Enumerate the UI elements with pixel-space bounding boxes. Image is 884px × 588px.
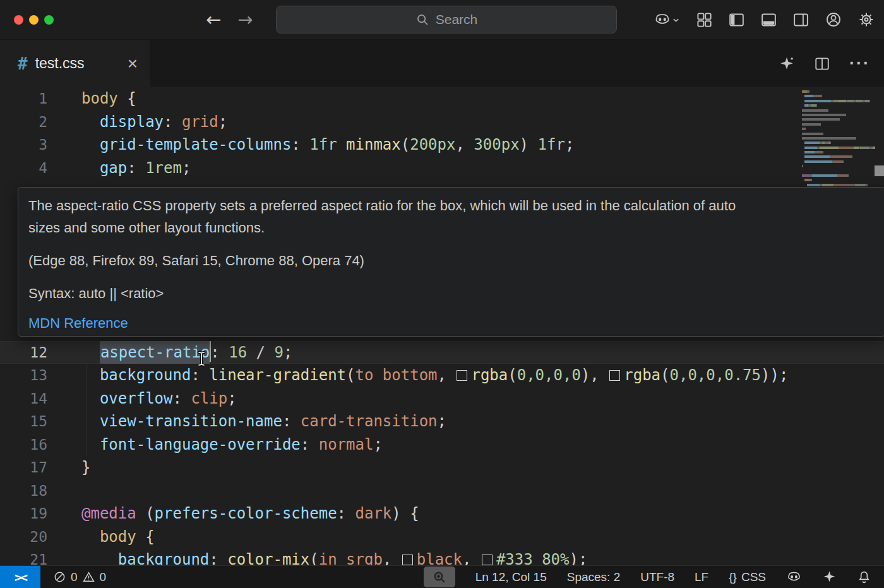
sparkle-icon [822, 570, 837, 584]
minimize-window-button[interactable] [29, 15, 39, 25]
copilot-status[interactable] [786, 569, 802, 585]
code-text: display: grid; [47, 111, 227, 134]
panel-right-icon [792, 11, 809, 28]
code-line-2[interactable]: 2 display: grid; [0, 111, 884, 134]
code-token: overflow [100, 390, 173, 407]
copilot-edits-button[interactable] [779, 56, 795, 72]
back-button[interactable]: ← [206, 9, 221, 30]
color-swatch[interactable] [609, 370, 620, 381]
code-token [81, 113, 100, 131]
code-text: body { [47, 525, 155, 549]
code-token: { [136, 528, 155, 546]
minimap-line [802, 170, 875, 172]
more-actions-button[interactable]: ··· [849, 54, 870, 73]
code-text: background: color-mix(in srgb, black, #3… [47, 548, 587, 566]
account-button[interactable] [825, 11, 842, 28]
code-line-18[interactable]: 18 [0, 479, 884, 503]
color-swatch[interactable] [457, 370, 467, 381]
code-token: : [210, 344, 229, 361]
code-text: view-transition-name: card-transition; [47, 410, 446, 433]
color-swatch[interactable] [482, 555, 493, 565]
bell-icon [857, 570, 871, 584]
toggle-panel-button[interactable] [760, 11, 777, 28]
code-line-20[interactable]: 20 body { [0, 525, 884, 549]
mouse-cursor-ibeam [196, 350, 207, 370]
split-editor-button[interactable] [814, 56, 830, 72]
code-line-1[interactable]: 1body { [0, 87, 884, 111]
code-line-19[interactable]: 19@media (prefers-color-scheme: dark) { [0, 502, 884, 525]
code-text: overflow: clip; [47, 387, 237, 411]
code-line-16[interactable]: 16 font-language-override: normal; [0, 433, 884, 457]
code-line-3[interactable]: 3 grid-template-columns: 1fr minmax(200p… [0, 133, 884, 157]
minimap-line [802, 133, 875, 135]
code-line-17[interactable]: 17} [0, 456, 884, 479]
code-token: clip [191, 390, 227, 407]
line-number: 16 [0, 433, 47, 457]
code-token: , [383, 551, 401, 566]
traffic-lights [14, 15, 59, 25]
code-token: grid-template-columns [100, 136, 291, 153]
code-line-13[interactable]: 13 background: linear-gradient(to bottom… [0, 364, 884, 387]
remote-indicator[interactable]: >< [0, 566, 40, 588]
scrollbar-thumb[interactable] [875, 165, 884, 176]
forward-button[interactable]: → [237, 9, 253, 30]
eol-setting[interactable]: LF [695, 570, 708, 584]
code-line-21[interactable]: 21 background: color-mix(in srgb, black,… [0, 548, 884, 566]
remote-icon: >< [15, 570, 26, 585]
code-token: : [282, 412, 301, 430]
settings-button[interactable] [857, 11, 875, 28]
toggle-secondary-sidebar-button[interactable] [792, 11, 809, 28]
code-token: aspect-ratio [100, 341, 210, 364]
indent-guide [86, 364, 87, 456]
zoom-window-button[interactable] [44, 15, 54, 25]
minimap[interactable] [802, 90, 875, 188]
notifications-bell[interactable] [857, 570, 871, 584]
line-number: 20 [0, 525, 47, 549]
code-token: , [438, 366, 456, 384]
code-token: : [127, 159, 145, 177]
code-token [81, 366, 100, 384]
code-token: ( [309, 551, 318, 566]
sparkle-button[interactable] [822, 570, 837, 584]
code-token: view-transition-name [100, 412, 282, 430]
line-number: 18 [0, 479, 47, 503]
minimap-line [802, 128, 875, 130]
code-token: ) { [391, 505, 419, 522]
tab-test-css[interactable]: # test.css × [0, 40, 150, 87]
code-line-14[interactable]: 14 overflow: clip; [0, 387, 884, 411]
close-tab-button[interactable]: × [128, 55, 150, 73]
warning-count: 0 [100, 570, 107, 584]
indentation-setting[interactable]: Spaces: 2 [567, 570, 621, 584]
copilot-button[interactable] [654, 11, 681, 28]
copilot-icon [654, 11, 671, 28]
minimap-line [802, 147, 875, 149]
code-text: @media (prefers-color-scheme: dark) { [47, 502, 419, 525]
code-token: background [100, 366, 191, 384]
mdn-reference-link[interactable]: MDN Reference [28, 315, 128, 331]
titlebar-actions [654, 0, 875, 39]
code-token: in srgb [319, 551, 383, 566]
code-token: grid [182, 113, 218, 131]
encoding-setting[interactable]: UTF-8 [640, 570, 674, 584]
statusbar: >< 0 0 Ln 12, Col 15 Spaces: 2 UTF-8 LF … [0, 565, 884, 588]
code-token: ; [373, 436, 382, 453]
code-line-15[interactable]: 15 view-transition-name: card-transition… [0, 410, 884, 433]
close-window-button[interactable] [14, 15, 23, 25]
search-box[interactable]: Search [276, 6, 617, 33]
code-token: } [81, 459, 90, 476]
cursor-position[interactable]: Ln 12, Col 15 [475, 570, 547, 584]
tabbar: # test.css × ··· [0, 40, 884, 87]
code-line-12[interactable]: 12 aspect-ratio: 16 / 9; [0, 341, 884, 364]
color-swatch[interactable] [402, 555, 413, 565]
toggle-primary-sidebar-button[interactable] [728, 11, 745, 28]
problems-button[interactable]: 0 0 [53, 570, 106, 584]
code-token: ( [660, 366, 669, 384]
customize-layout-button[interactable] [696, 11, 713, 28]
code-token: to bottom [355, 366, 438, 384]
language-mode[interactable]: {} CSS [729, 570, 766, 584]
minimap-line [802, 165, 875, 167]
code-line-4[interactable]: 4 gap: 1rem; [0, 157, 884, 180]
zoom-indicator[interactable] [424, 567, 455, 587]
code-token: 1fr [309, 136, 346, 153]
code-token: ; [438, 412, 446, 430]
